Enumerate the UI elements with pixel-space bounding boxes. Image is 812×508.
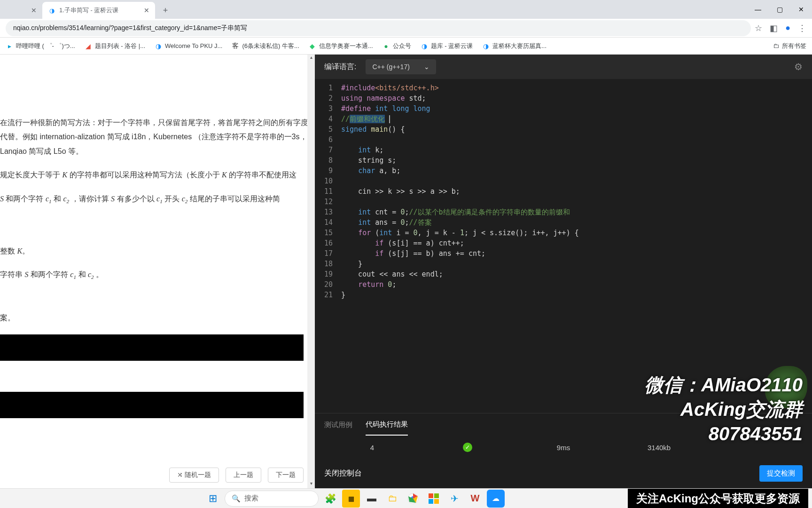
svg-rect-2: [429, 493, 433, 498]
gear-icon[interactable]: ⚙: [794, 61, 803, 72]
scrollbar[interactable]: ▴ ▾: [307, 55, 315, 488]
taskbar-app-icon[interactable]: ☁: [487, 490, 505, 508]
bookmark-label: 题库 - 蓝桥云课: [431, 42, 473, 50]
svg-rect-3: [434, 493, 439, 498]
taskbar-app-icon[interactable]: 🗀: [383, 490, 401, 508]
language-label: 编译语言:: [324, 62, 356, 72]
bookmark-item[interactable]: ◆信息学奥赛一本通...: [309, 42, 373, 50]
taskbar-app-icon[interactable]: [425, 490, 443, 508]
sample-box: [0, 392, 304, 418]
language-value: C++ (g++17): [372, 63, 409, 71]
close-icon[interactable]: ✕: [31, 7, 37, 14]
window-controls: — ▢ ✕: [747, 0, 812, 19]
problem-text: 在流行一种很新的简写方法：对于一个字符串，只保留首尾字符，将首尾字符之间的所有字…: [0, 55, 315, 418]
editor-panel: 编译语言: C++ (g++17) ⌄ ⚙ 123456789101112131…: [315, 55, 812, 488]
taskbar: ⊞ 🔍 搜索 🧩 ▦ ▬ 🗀 ✈ W ☁ 关注AcKing公众号获取更多资源: [0, 488, 812, 508]
result-time: 9ms: [515, 444, 611, 452]
taskbar-app-icon[interactable]: ▬: [363, 490, 381, 508]
problem-paragraph: 在流行一种很新的简写方法：对于一个字符串，只保留首尾字符，将首尾字符之间的所有字…: [0, 119, 308, 155]
taskbar-banner: 关注AcKing公众号获取更多资源: [628, 489, 808, 508]
prev-problem-button[interactable]: 上一题: [226, 468, 261, 483]
scroll-up-icon[interactable]: ▴: [307, 55, 315, 62]
tab-execution-result[interactable]: 代码执行结果: [366, 414, 408, 436]
browser-tab-active[interactable]: ◑ 1.子串简写 - 蓝桥云课 ✕: [42, 2, 155, 19]
submit-button[interactable]: 提交检测: [759, 465, 803, 482]
bookmark-item[interactable]: ◑蓝桥杯大赛历届真...: [482, 42, 547, 50]
bookmark-item[interactable]: ◢题目列表 - 洛谷 |...: [85, 42, 145, 50]
next-problem-button[interactable]: 下一题: [268, 468, 304, 483]
taskbar-app-icon[interactable]: ▦: [342, 490, 360, 508]
bookmarks-folder[interactable]: 所有书签: [782, 42, 806, 50]
url-input[interactable]: nqiao.cn/problems/3514/learning/?page=1&…: [6, 20, 751, 36]
result-memory: 3140kb: [611, 444, 707, 452]
bookmark-item[interactable]: ◑题库 - 蓝桥云课: [421, 42, 473, 50]
search-placeholder: 搜索: [244, 494, 258, 503]
editor-header: 编译语言: C++ (g++17) ⌄ ⚙: [315, 55, 812, 79]
search-icon: 🔍: [232, 494, 241, 503]
svg-rect-5: [434, 499, 439, 504]
language-select[interactable]: C++ (g++17) ⌄: [366, 59, 436, 74]
editor-bottom-panel: 测试用例 代码执行结果 4 ✓ 9ms 3140kb 关闭控制台 提交检测: [315, 413, 812, 488]
browser-tab-inactive[interactable]: ✕: [23, 2, 42, 19]
code-editor[interactable]: 123456789101112131415161718192021 #inclu…: [315, 79, 812, 413]
taskbar-app-icon[interactable]: W: [466, 490, 484, 508]
code-content[interactable]: #include<bits/stdc++.h>using namespace s…: [341, 83, 812, 413]
check-icon: ✓: [463, 443, 472, 452]
result-tabs: 测试用例 代码执行结果: [315, 413, 812, 436]
bookmark-label: 信息学奥赛一本通...: [319, 42, 373, 50]
taskbar-app-icon[interactable]: 🧩: [321, 490, 339, 508]
close-console-button[interactable]: 关闭控制台: [324, 468, 362, 478]
maximize-button[interactable]: ▢: [769, 0, 790, 19]
random-problem-button[interactable]: 随机一题: [169, 468, 219, 483]
start-button[interactable]: ⊞: [204, 490, 222, 508]
star-icon[interactable]: ☆: [755, 23, 762, 33]
line-numbers: 123456789101112131415161718192021: [315, 83, 341, 413]
close-icon[interactable]: ✕: [144, 7, 149, 14]
main-content: 在流行一种很新的简写方法：对于一个字符串，只保留首尾字符，将首尾字符之间的所有字…: [0, 55, 812, 488]
taskbar-app-icon[interactable]: ✈: [445, 490, 463, 508]
problem-panel: 在流行一种很新的简写方法：对于一个字符串，只保留首尾字符，将首尾字符之间的所有字…: [0, 55, 315, 488]
close-window-button[interactable]: ✕: [790, 0, 812, 19]
svg-rect-4: [429, 499, 433, 504]
bookmark-item[interactable]: ◑Welcome To PKU J...: [155, 42, 222, 50]
taskbar-chrome-icon[interactable]: [404, 490, 422, 508]
result-index: 4: [324, 444, 420, 452]
browser-tab-bar: ✕ ◑ 1.子串简写 - 蓝桥云课 ✕ + — ▢ ✕: [0, 0, 812, 19]
folder-icon: 🗀: [773, 42, 779, 49]
bookmark-label: 蓝桥杯大赛历届真...: [492, 42, 547, 50]
minimize-button[interactable]: —: [747, 0, 769, 19]
problem-paragraph: 案。: [0, 311, 309, 325]
menu-icon[interactable]: ⋮: [798, 23, 806, 33]
extensions-icon[interactable]: ◧: [770, 23, 778, 33]
tab-title: 1.子串简写 - 蓝桥云课: [59, 6, 140, 15]
url-bar: nqiao.cn/problems/3514/learning/?page=1&…: [0, 19, 812, 38]
result-row: 4 ✓ 9ms 3140kb: [315, 436, 812, 459]
bookmark-item[interactable]: 客(6条未读私信) 牛客...: [232, 42, 299, 50]
chevron-down-icon: ⌄: [424, 63, 429, 71]
scroll-down-icon[interactable]: ▾: [307, 481, 315, 488]
profile-icon[interactable]: ●: [785, 23, 790, 33]
url-text: nqiao.cn/problems/3514/learning/?page=1&…: [13, 24, 247, 32]
bookmark-label: 哔哩哔哩 ( ゜- ゜)つ...: [16, 42, 75, 50]
bookmarks-bar: ▸哔哩哔哩 ( ゜- ゜)つ... ◢题目列表 - 洛谷 |... ◑Welco…: [0, 38, 812, 55]
bookmark-label: 公众号: [393, 42, 411, 50]
bookmark-label: 题目列表 - 洛谷 |...: [95, 42, 145, 50]
favicon-icon: ◑: [48, 7, 55, 14]
tab-test-cases[interactable]: 测试用例: [324, 415, 352, 435]
sample-box: [0, 334, 304, 361]
bookmark-item[interactable]: ●公众号: [383, 42, 411, 50]
new-tab-button[interactable]: +: [159, 4, 172, 17]
bookmark-item[interactable]: ▸哔哩哔哩 ( ゜- ゜)つ...: [6, 42, 75, 50]
bookmark-label: (6条未读私信) 牛客...: [242, 42, 299, 50]
bookmark-label: Welcome To PKU J...: [165, 42, 222, 49]
taskbar-search[interactable]: 🔍 搜索: [225, 491, 319, 507]
